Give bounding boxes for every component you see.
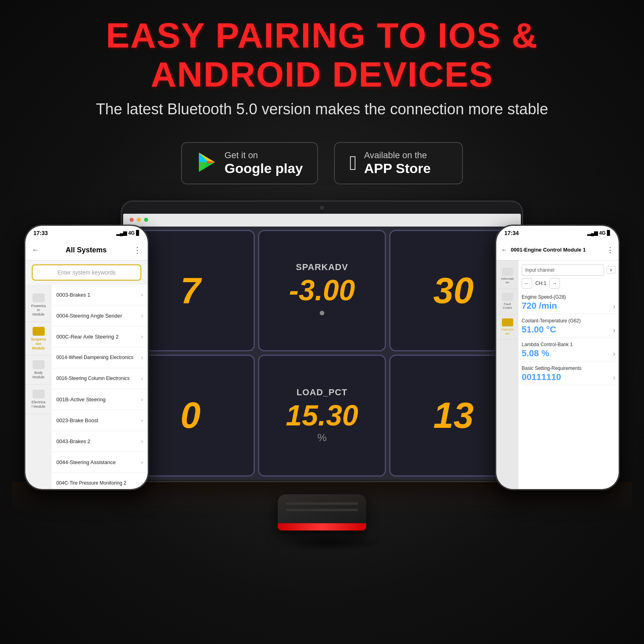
basic-setting-value: 00111110 [522,372,615,382]
header: EASY PAIRING TO IOS & ANDROID DEVICES Th… [0,0,644,126]
channel-prev-btn[interactable]: ← [522,278,532,289]
body-icon [33,360,45,369]
tablet-grid: 7 SPARKADV -3.00 ● 30 0 LOAD_ [123,227,521,480]
gauge-unit-sparkadv: ● [319,306,325,319]
right-sidebar-fault[interactable]: FaultCodes [496,289,518,314]
google-play-icon [196,152,217,174]
data-item-engine-speed: Engine Speed-(G28) 720 /min › [522,292,615,314]
chevron-icon: › [141,396,143,402]
dropdown-arrow-icon[interactable]: ∨ [607,266,615,274]
phone-right-data-panel: Input channel ∨ ← CH:1 → Engine Speed-(G… [518,260,619,489]
store-buttons: Get it on Google play  Available on the… [181,142,463,184]
gauge-label-sparkadv: SPARKADV [296,262,348,272]
right-sidebar-info[interactable]: Information [496,264,518,289]
list-item-0014[interactable]: 0014-Wheel Dampening Electronics › [52,347,148,368]
sidebar-item-powertrain[interactable]: PowertrainModule [25,289,52,322]
tablet-address-bar [123,214,521,227]
input-channel-label: Input channel [525,267,554,273]
gauge-label-load: LOAD_PCT [297,387,348,398]
gauge-value-3: 30 [433,272,474,309]
google-play-text: Get it on Google play [225,150,303,176]
list-item-0004[interactable]: 0004-Steering Angle Sender › [52,305,148,326]
phone-left-time: 17:33 [33,230,48,236]
phone-left-search-placeholder: Enter system keywords [58,269,116,276]
phone-left-screen: 17:33 ▂▄▆ 4G ▊ ← All Systems ⋮ Enter sys… [25,226,148,489]
phone-right-nav-title: 0001-Engine Control Module 1 [511,247,603,253]
google-play-label-big: Google play [225,161,303,176]
subtitle: The latest Bluetooth 5.0 version makes t… [24,101,620,118]
basic-setting-chevron[interactable]: › [613,374,615,382]
input-channel-box[interactable]: Input channel [522,264,604,276]
app-store-label-big: APP Store [364,161,431,176]
menu-icon[interactable]: ⋮ [133,245,141,255]
list-item-0016[interactable]: 0016-Steering Column Electronics › [52,368,148,389]
phone-right-nav-bar: ← 0001-Engine Control Module 1 ⋮ [496,240,619,260]
gauge-card-load: LOAD_PCT 15.30 % [258,355,386,477]
chevron-icon: › [141,417,143,423]
lambda-value: 5.08 % [522,348,615,359]
data-item-lambda: Lambda Control-Bank 1 5.08 % › [522,339,615,361]
phone-left-status-bar: 17:33 ▂▄▆ 4G ▊ [25,226,148,240]
phone-left-signal: ▂▄▆ 4G ▊ [116,230,140,236]
chevron-icon: › [141,480,143,486]
input-channel-row: Input channel ∨ [522,264,615,277]
apple-icon:  [349,153,357,173]
engine-speed-chevron[interactable]: › [613,302,615,311]
tablet-screen: 7 SPARKADV -3.00 ● 30 0 LOAD_ [123,214,521,480]
list-item-0044[interactable]: 0044-Steering Assistance › [52,452,148,473]
phone-right: 17:34 ▂▄▆ 4G ▊ ← 0001-Engine Control Mod… [495,225,620,490]
phone-right-screen: 17:34 ▂▄▆ 4G ▊ ← 0001-Engine Control Mod… [496,226,619,489]
basic-setting-label: Basic Setting-Requirements [522,365,615,371]
main-title: EASY PAIRING TO IOS & ANDROID DEVICES [24,16,620,94]
electrical-icon [33,390,45,398]
phone-right-content: Information FaultCodes Datastream [496,260,619,489]
minimize-dot [137,218,141,222]
chevron-icon: › [141,438,143,444]
datastream-icon [502,318,513,326]
gauge-unit-load: % [317,431,326,444]
channel-nav: ← CH:1 → [522,278,615,289]
phone-right-sidebar: Information FaultCodes Datastream [496,260,518,489]
fault-icon [502,293,513,301]
phone-left-status-right: ▂▄▆ 4G ▊ [116,230,140,236]
phone-left-menu: PowertrainModule SuspensionModule BodyMo… [25,285,148,489]
phone-right-time: 17:34 [504,230,519,236]
gauge-card-sparkadv: SPARKADV -3.00 ● [258,230,386,352]
right-menu-icon[interactable]: ⋮ [607,246,614,254]
channel-next-btn[interactable]: → [549,278,560,289]
sidebar-item-electrical[interactable]: Electrical Module [25,385,52,414]
engine-speed-label: Engine Speed-(G28) [522,294,615,300]
powertrain-icon [33,293,45,302]
right-back-icon[interactable]: ← [501,246,508,254]
google-play-button[interactable]: Get it on Google play [181,142,318,184]
list-item-0043[interactable]: 0043-Brakes 2 › [52,431,148,452]
phone-right-status-bar: 17:34 ▂▄▆ 4G ▊ [496,226,619,240]
phone-left-sidebar: PowertrainModule SuspensionModule BodyMo… [25,285,52,489]
expand-dot [144,218,148,222]
chevron-icon: › [141,312,143,319]
list-item-000c[interactable]: 000C-Rear Axle Steering 2 › [52,326,148,347]
phone-left-search-box[interactable]: Enter system keywords [32,264,141,281]
app-store-button[interactable]:  Available on the APP Store [334,142,463,184]
google-play-label-small: Get it on [225,150,303,161]
sidebar-item-suspension[interactable]: SuspensionModule [25,322,52,355]
back-arrow-icon[interactable]: ← [32,246,39,254]
list-item-004c[interactable]: 004C-Tire Pressure Monitoring 2 › [52,473,148,489]
coolant-chevron[interactable]: › [613,326,615,334]
phone-right-status-right: ▂▄▆ 4G ▊ [587,230,611,236]
gauge-value-6: 13 [433,397,474,433]
info-icon [502,268,513,276]
floor-reflection [12,482,632,563]
chevron-icon: › [141,459,143,465]
lambda-chevron[interactable]: › [613,350,615,358]
list-item-001b[interactable]: 001B-Active Steering › [52,389,148,410]
list-item-0003[interactable]: 0003-Brakes 1 › [52,285,148,305]
right-sidebar-datastream[interactable]: Datastream [496,314,518,340]
content-wrapper: EASY PAIRING TO IOS & ANDROID DEVICES Th… [0,0,644,644]
phone-left-nav-title: All Systems [39,246,133,254]
suspension-icon [33,327,45,336]
gauge-value-load: 15.30 [286,401,358,430]
list-item-0023[interactable]: 0023-Brake Boost › [52,410,148,431]
channel-label: CH:1 [534,281,548,286]
sidebar-item-body[interactable]: BodyModule [25,355,52,385]
